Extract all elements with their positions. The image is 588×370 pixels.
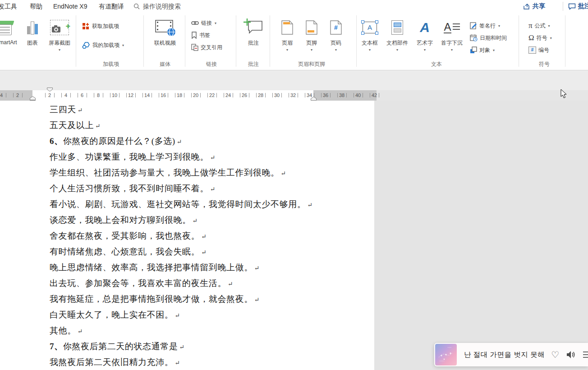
my-addins-button[interactable]: 我的加载项 ▾ — [82, 40, 124, 51]
doc-line[interactable]: 舍友都在熬夜，受其影响，我也熬夜。↵ — [50, 228, 313, 244]
first-line-indent-marker[interactable] — [47, 88, 53, 92]
equation-button[interactable]: π 公式 ▾ — [528, 20, 550, 31]
ruler-tick — [200, 93, 201, 97]
doc-line[interactable]: 7、你熬夜后第二天的状态通常是↵ — [50, 338, 313, 354]
quick-parts-button[interactable]: 文档部件 ▾ — [383, 15, 411, 60]
doc-line[interactable]: 有时情绪焦虑、心烦意乱，我会失眠。↵ — [50, 244, 313, 259]
number-button[interactable]: # 编号 — [528, 45, 549, 56]
volume-icon[interactable] — [566, 351, 575, 359]
ruler-tick — [216, 93, 217, 97]
like-icon[interactable]: ♡ — [551, 350, 559, 359]
bookmark-button[interactable]: 书签 — [191, 30, 210, 41]
ruler-number: 2 — [48, 90, 51, 101]
ruler-tick — [87, 93, 87, 97]
doc-line[interactable]: 白天睡太久了，晚上实在不困。↵ — [50, 307, 313, 323]
right-indent-marker[interactable] — [311, 97, 317, 101]
doc-line[interactable]: 晚上思虑情绪、效率高，我选择把事情留到晚上做。↵ — [50, 259, 313, 275]
page-number-button[interactable]: # 页码 ▾ — [325, 15, 347, 60]
ruler-tick — [330, 93, 331, 97]
ruler-tick — [224, 93, 224, 97]
wordart-dropdown[interactable]: ▾ — [413, 48, 436, 52]
paragraph-mark: ↵ — [210, 154, 216, 161]
screenshot-button[interactable]: + 屏幕截图 ▾ — [45, 15, 74, 60]
doc-line[interactable]: 看小说、刷剧、玩游戏、逛社交网站等，我觉得时间太少不够用。↵ — [50, 196, 313, 212]
playlist-icon[interactable] — [583, 351, 588, 358]
ruler-tick — [61, 93, 62, 97]
symbol-button[interactable]: Ω 符号 ▾ — [528, 32, 552, 43]
doc-line[interactable]: 学生组织、社团活动参与量大，我晚上做学生工作到很晚。↵ — [50, 165, 313, 180]
doc-line[interactable]: 作业多、功课繁重，我晚上学习到很晚。↵ — [50, 149, 313, 165]
cross-reference-icon — [191, 44, 198, 51]
text-box-dropdown[interactable]: ▾ — [358, 48, 381, 52]
paragraph-mark: ↵ — [179, 344, 185, 351]
ruler-tick — [298, 93, 298, 97]
header-button[interactable]: 页眉 ▾ — [276, 15, 299, 60]
page-number-dropdown[interactable]: ▾ — [325, 48, 347, 52]
doc-line[interactable]: 三四天↵ — [50, 102, 313, 117]
ruler-number: 32 — [290, 90, 296, 101]
get-addins-button[interactable]: 获取加载项 — [82, 21, 119, 32]
drop-cap-button[interactable]: A 首字下沉 ▾ — [438, 15, 465, 60]
date-time-icon — [470, 34, 478, 42]
footer-dropdown[interactable]: ▾ — [300, 48, 323, 52]
album-art[interactable] — [435, 344, 457, 365]
chart-button[interactable]: 图表 — [21, 15, 44, 60]
tab-youdao[interactable]: 有道翻译 — [99, 0, 124, 13]
ruler-number: 24 — [225, 90, 231, 101]
quick-parts-dropdown[interactable]: ▾ — [383, 48, 411, 52]
ruler-number: 16 — [161, 90, 166, 101]
ruler-tick — [346, 93, 347, 97]
paragraph-mark: ↵ — [175, 312, 180, 319]
tab-endnote[interactable]: EndNote X9 — [53, 0, 87, 13]
document-viewport: 三四天↵五天及以上↵6、你熬夜的原因是什么？(多选)↵作业多、功课繁重，我晚上学… — [0, 101, 588, 370]
object-button[interactable]: 对象 ▾ — [470, 45, 495, 56]
screenshot-dropdown[interactable]: ▾ — [45, 48, 74, 52]
share-button[interactable]: 共享 — [523, 1, 545, 12]
group-label-symbols: 符号 — [539, 60, 550, 68]
new-comment-label: 批注 — [241, 39, 266, 47]
doc-line[interactable]: 谈恋爱，我晚上会和对方聊到很晚。↵ — [50, 212, 313, 228]
cross-reference-label: 交叉引用 — [201, 44, 222, 51]
ruler-tick — [321, 93, 322, 97]
word-window: 开发工具 帮助 EndNote X9 有道翻译 操作说明搜索 共享 批注 — [0, 0, 588, 370]
date-time-button[interactable]: 日期和时间 — [470, 32, 507, 43]
text-box-button[interactable]: A 文本框 ▾ — [358, 15, 381, 60]
doc-line[interactable]: 其他。↵ — [50, 323, 313, 338]
group-separator — [143, 15, 144, 67]
doc-line[interactable]: 我有拖延症，总是把事情拖到很晚才做，就会熬夜。↵ — [50, 291, 313, 307]
doc-line[interactable]: 个人生活习惯所致，我不到时间睡不着。↵ — [50, 180, 313, 196]
new-comment-button[interactable]: 批注 — [241, 15, 266, 60]
music-player-widget[interactable]: 난 절대 가면을 벗지 못해 ♡ — [434, 343, 588, 366]
page-number-label: 页码 — [325, 39, 347, 47]
ruler-tick — [289, 93, 289, 97]
object-dropdown: ▾ — [493, 48, 495, 52]
chart-icon — [21, 17, 44, 38]
footer-button[interactable]: 页脚 ▾ — [300, 15, 323, 60]
ruler-tick — [103, 93, 103, 97]
online-video-button[interactable]: 联机视频 — [148, 15, 182, 60]
equation-icon: π — [528, 21, 533, 30]
tab-help[interactable]: 帮助 — [30, 0, 42, 13]
comments-button[interactable]: 批注 — [568, 1, 588, 12]
chart-label: 图表 — [21, 39, 44, 47]
tab-developer[interactable]: 开发工具 — [0, 0, 17, 13]
signature-line-button[interactable]: 签名行 ▾ — [470, 20, 500, 31]
doc-line[interactable]: 6、你熬夜的原因是什么？(多选)↵ — [50, 133, 313, 149]
link-button[interactable]: 链接 ▾ — [191, 18, 216, 28]
footer-label: 页脚 — [300, 39, 323, 47]
date-time-label: 日期和时间 — [480, 34, 507, 42]
doc-line[interactable]: 出去玩、参加聚会等，我喜欢丰富的夜生活。↵ — [50, 275, 313, 291]
doc-line[interactable]: 五天及以上↵ — [50, 117, 313, 133]
cross-reference-button[interactable]: 交叉引用 — [191, 42, 222, 53]
bookmark-icon — [191, 32, 197, 39]
doc-line[interactable]: 我熬夜后第二天依旧精力充沛。↵ — [50, 354, 313, 370]
document-page[interactable]: 三四天↵五天及以上↵6、你熬夜的原因是什么？(多选)↵作业多、功课繁重，我晚上学… — [0, 101, 374, 370]
horizontal-ruler[interactable]: 4224681012141618202224262830323436384042 — [0, 90, 377, 101]
wordart-button[interactable]: A 艺术字 ▾ — [413, 15, 436, 60]
header-dropdown[interactable]: ▾ — [276, 48, 299, 52]
tell-me-search[interactable]: 操作说明搜索 — [133, 0, 181, 13]
paragraph-mark: ↵ — [95, 123, 101, 130]
ruler-tick — [240, 93, 240, 97]
drop-cap-dropdown[interactable]: ▾ — [438, 48, 465, 52]
comments-label: 批注 — [578, 2, 588, 10]
